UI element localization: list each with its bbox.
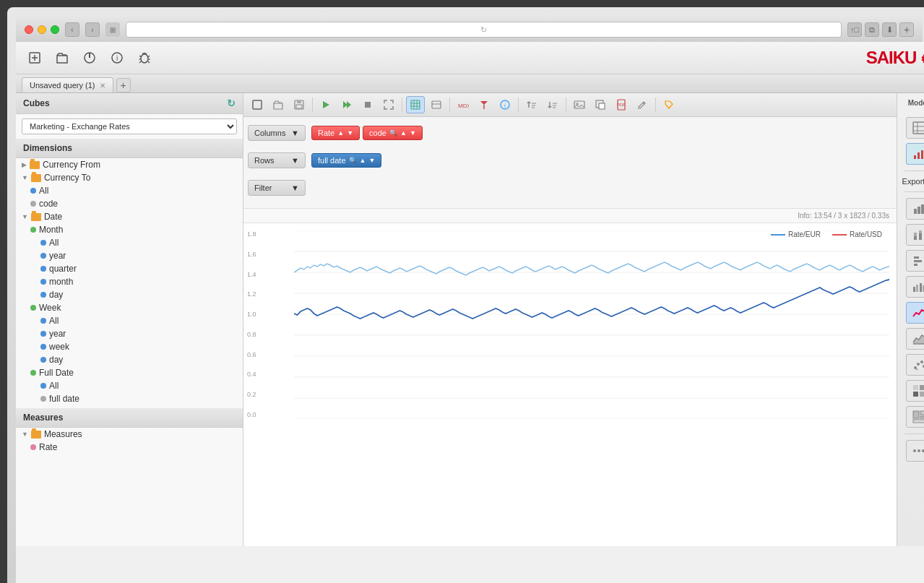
sidebar-item-week-week[interactable]: week bbox=[16, 340, 243, 353]
svg-text:i: i bbox=[504, 102, 506, 109]
cube-selector[interactable]: Marketing - Exchange Rates bbox=[22, 118, 237, 134]
dimension-label: Measures bbox=[44, 429, 82, 439]
forward-button[interactable]: › bbox=[85, 22, 100, 37]
plus-button[interactable]: + bbox=[899, 22, 914, 37]
scatter-btn[interactable] bbox=[906, 354, 925, 376]
tag-btn[interactable] bbox=[660, 96, 678, 113]
share-button[interactable]: ↑□ bbox=[847, 22, 862, 37]
sidebar-item-month-all[interactable]: All bbox=[16, 236, 243, 249]
sidebar-item-month[interactable]: Month bbox=[16, 223, 243, 236]
sidebar-item-currencyto-all[interactable]: All bbox=[16, 184, 243, 197]
dot-icon bbox=[30, 188, 36, 194]
pdf-btn[interactable]: PDF bbox=[612, 96, 631, 113]
stacked-bar-btn[interactable] bbox=[906, 224, 925, 246]
compact-btn[interactable] bbox=[427, 96, 446, 113]
more-btn[interactable] bbox=[906, 440, 925, 462]
new-window-button[interactable]: ⧉ bbox=[865, 22, 879, 37]
line-chart-btn[interactable] bbox=[906, 302, 925, 324]
address-bar[interactable]: ↻ bbox=[126, 22, 842, 38]
expand2-btn[interactable] bbox=[591, 96, 610, 113]
tab-close-button[interactable]: ✕ bbox=[100, 82, 105, 90]
svg-rect-71 bbox=[917, 207, 920, 214]
sidebar-item-measures-folder[interactable]: ▼ Measures bbox=[16, 428, 243, 441]
table-grid-btn[interactable] bbox=[406, 96, 425, 113]
area-chart-btn[interactable] bbox=[906, 328, 925, 350]
sidebar-item-currencyto-code[interactable]: code bbox=[16, 197, 243, 210]
right-panel: Mode: Export bbox=[897, 93, 924, 546]
sidebar-item-currency-from[interactable]: ▶ Currency From bbox=[16, 158, 243, 171]
sidebar-item-currency-to[interactable]: ▼ Currency To bbox=[16, 171, 243, 184]
save-btn[interactable] bbox=[290, 96, 308, 113]
grouped-bar-btn[interactable] bbox=[906, 276, 925, 298]
sidebar-item-month-day[interactable]: day bbox=[16, 288, 243, 301]
fulldate-pill[interactable]: full date 🔍 ▲ ▼ bbox=[311, 153, 381, 168]
svg-rect-81 bbox=[916, 285, 918, 292]
new-tab-button[interactable]: + bbox=[116, 78, 131, 92]
refresh-cubes-button[interactable]: ↻ bbox=[227, 98, 236, 109]
treemap-btn[interactable] bbox=[906, 406, 925, 428]
new-query-btn[interactable] bbox=[248, 96, 267, 113]
columns-label[interactable]: Columns ▼ bbox=[248, 125, 306, 141]
export-row[interactable]: Export bbox=[902, 177, 924, 186]
expand-btn[interactable] bbox=[379, 96, 398, 113]
sidebar-item-month-year[interactable]: year bbox=[16, 249, 243, 262]
sidebar-item-month-quarter[interactable]: quarter bbox=[16, 262, 243, 275]
sidebar-item-week-year[interactable]: year bbox=[16, 327, 243, 340]
maximize-button[interactable] bbox=[51, 25, 59, 34]
heatmap-btn[interactable] bbox=[906, 380, 925, 402]
open-btn[interactable] bbox=[269, 96, 288, 113]
rows-label[interactable]: Rows ▼ bbox=[248, 152, 306, 168]
cubes-label: Cubes bbox=[23, 98, 50, 108]
open-icon[interactable] bbox=[52, 48, 72, 68]
svg-rect-76 bbox=[919, 230, 922, 233]
image-export-btn[interactable] bbox=[570, 96, 589, 113]
table-mode-btn[interactable] bbox=[906, 117, 925, 139]
sort-desc-btn[interactable] bbox=[543, 96, 562, 113]
minimize-button[interactable] bbox=[38, 25, 46, 34]
sidebar-toggle-button[interactable]: ⊞ bbox=[105, 22, 120, 37]
sidebar-item-week-day[interactable]: day bbox=[16, 353, 243, 366]
rate-pill[interactable]: Rate ▲ ▼ bbox=[311, 126, 360, 140]
panel-separator bbox=[904, 170, 925, 171]
info-btn[interactable]: i bbox=[496, 96, 514, 113]
dot-icon bbox=[40, 253, 46, 259]
sidebar-item-rate[interactable]: Rate bbox=[16, 441, 243, 454]
close-button[interactable] bbox=[25, 25, 33, 34]
run-all-btn[interactable] bbox=[337, 96, 356, 113]
bar-chart-btn[interactable] bbox=[906, 198, 925, 220]
svg-rect-62 bbox=[913, 122, 925, 134]
toolbar-separator bbox=[566, 98, 566, 112]
new-query-icon[interactable] bbox=[25, 48, 45, 68]
download-button[interactable]: ⬇ bbox=[882, 22, 897, 37]
dot-icon bbox=[40, 357, 46, 363]
sidebar-item-date[interactable]: ▼ Date bbox=[16, 210, 243, 223]
sort-asc-btn[interactable] bbox=[522, 96, 541, 113]
chart-area: Rate/EUR Rate/USD 1.8 1.6 1.4 1.2 1.0 bbox=[243, 223, 897, 546]
chart-mode-btn[interactable] bbox=[906, 143, 925, 165]
power-icon[interactable] bbox=[79, 48, 100, 68]
bug-icon[interactable] bbox=[134, 48, 155, 68]
sidebar-item-fulldate[interactable]: Full Date bbox=[16, 366, 243, 379]
edit-btn[interactable] bbox=[633, 96, 652, 113]
item-label: code bbox=[39, 199, 58, 209]
svg-point-86 bbox=[920, 360, 923, 363]
stop-btn[interactable] bbox=[358, 96, 377, 113]
back-button[interactable]: ‹ bbox=[65, 22, 79, 37]
code-pill[interactable]: code 🔍 ▲ ▼ bbox=[363, 126, 423, 140]
sidebar-item-fulldate-fulldate[interactable]: full date bbox=[16, 392, 243, 405]
sidebar-item-week[interactable]: Week bbox=[16, 301, 243, 314]
dot-icon bbox=[40, 240, 46, 246]
sidebar-item-fulldate-all[interactable]: All bbox=[16, 379, 243, 392]
filter-label[interactable]: Filter ▼ bbox=[248, 180, 306, 196]
query-tab[interactable]: Unsaved query (1) ✕ bbox=[22, 77, 113, 92]
info-icon[interactable]: i bbox=[107, 48, 127, 68]
measures-section-header: Measures bbox=[16, 408, 243, 428]
sidebar-item-week-all[interactable]: All bbox=[16, 314, 243, 327]
sidebar-item-month-month[interactable]: month bbox=[16, 275, 243, 288]
run-btn[interactable] bbox=[316, 96, 335, 113]
svg-marker-19 bbox=[323, 101, 329, 108]
drill-btn[interactable] bbox=[475, 96, 493, 113]
mdx-btn[interactable]: MDX bbox=[454, 96, 472, 113]
horizontal-bar-btn[interactable] bbox=[906, 250, 925, 272]
toolbar-separator bbox=[655, 98, 656, 112]
